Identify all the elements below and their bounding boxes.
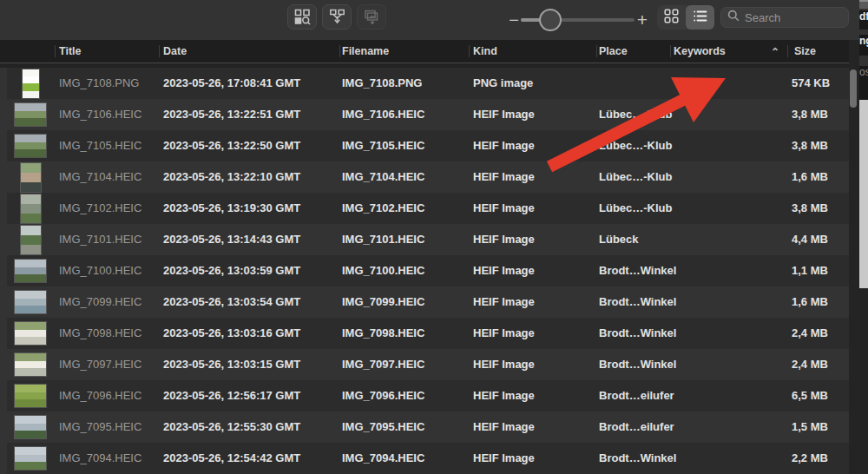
column-header-title[interactable]: Title (59, 40, 81, 63)
search-icon (727, 10, 740, 25)
row-title: IMG_7108.PNG (59, 68, 140, 99)
row-title: IMG_7097.HEIC (59, 349, 141, 380)
row-size: 3,8 MB (792, 130, 828, 161)
thumbnail-cell (7, 68, 54, 99)
thumbnail-cell (7, 255, 54, 286)
table-header: TitleDateFilenameKindPlaceKeywords⌃Size (0, 40, 859, 63)
thumbnail-cell (7, 380, 54, 411)
table-row[interactable]: IMG_7102.HEIC 2023-05-26, 13:19:30 GMT I… (7, 193, 849, 224)
row-size: 1,6 MB (792, 161, 828, 193)
column-header-filename[interactable]: Filename (342, 40, 389, 63)
row-size: 1,5 MB (792, 411, 828, 443)
sliver-titlebar (859, 0, 868, 9)
import-merge-button[interactable] (322, 4, 352, 30)
column-separator (469, 45, 470, 57)
table-row[interactable]: IMG_7100.HEIC 2023-05-26, 13:03:59 GMT I… (7, 255, 849, 286)
search-input[interactable]: Search (720, 7, 849, 28)
sliver-divider (859, 56, 868, 66)
thumbnail-cell (7, 286, 54, 318)
table-row[interactable]: IMG_7098.HEIC 2023-05-26, 13:03:16 GMT I… (7, 318, 849, 349)
row-place: Lübec…-Klub (599, 130, 673, 161)
thumbnail-cell (7, 161, 54, 193)
sliver-text-2: ng (859, 35, 868, 56)
search-placeholder: Search (745, 11, 780, 24)
row-place: Brodt…eilufer (599, 411, 674, 443)
photo-thumbnail (15, 135, 46, 157)
row-size: 1,1 MB (792, 255, 828, 286)
row-filename: IMG_7096.HEIC (342, 380, 424, 411)
row-kind: HEIF Image (473, 349, 535, 380)
thumbnail-cell (7, 130, 54, 161)
table-row[interactable]: IMG_7105.HEIC 2023-05-26, 13:22:50 GMT I… (7, 130, 849, 161)
column-header-date[interactable]: Date (163, 40, 187, 63)
column-header-size[interactable]: Size (794, 40, 816, 63)
table-row[interactable]: IMG_7095.HEIC 2023-05-26, 12:55:30 GMT I… (7, 411, 849, 443)
row-place: Brodt…Winkel (599, 443, 676, 474)
row-kind: HEIF Image (473, 255, 535, 286)
row-title: IMG_7106.HEIC (59, 99, 141, 130)
thumbnail-cell (7, 224, 54, 255)
vertical-scrollbar[interactable] (850, 69, 857, 108)
table-row[interactable]: IMG_7097.HEIC 2023-05-26, 13:03:15 GMT I… (7, 349, 849, 380)
table-row[interactable]: IMG_7101.HEIC 2023-05-26, 13:14:43 GMT I… (7, 224, 849, 255)
row-kind: HEIF Image (473, 224, 535, 255)
list-view-button[interactable] (686, 5, 714, 30)
row-kind: HEIF Image (473, 380, 535, 411)
row-date: 2023-05-26, 13:03:15 GMT (163, 349, 300, 380)
zoom-in-button[interactable]: + (635, 8, 650, 32)
column-header-place[interactable]: Place (599, 40, 628, 63)
row-place: Lübeck (599, 224, 639, 255)
row-title: IMG_7104.HEIC (59, 161, 141, 193)
table-row[interactable]: IMG_7108.PNG 2023-05-26, 17:08:41 GMT IM… (7, 68, 849, 99)
row-date: 2023-05-26, 13:03:54 GMT (163, 286, 300, 318)
thumbnail-zoom-slider[interactable] (521, 18, 635, 22)
zoom-grid-button[interactable] (287, 4, 317, 30)
row-filename: IMG_7097.HEIC (342, 349, 424, 380)
zoom-out-button[interactable]: − (507, 8, 521, 32)
row-size: 1,6 MB (792, 286, 828, 318)
row-filename: IMG_7101.HEIC (342, 224, 424, 255)
row-title: IMG_7102.HEIC (59, 193, 141, 224)
row-size: 574 KB (792, 68, 830, 99)
row-filename: IMG_7102.HEIC (342, 193, 424, 224)
grid-view-button[interactable] (657, 5, 686, 30)
table-row[interactable]: IMG_7094.HEIC 2023-05-26, 12:54:42 GMT I… (7, 443, 849, 474)
row-title: IMG_7094.HEIC (59, 443, 141, 474)
thumbnail-cell (7, 99, 54, 130)
row-kind: HEIF Image (473, 193, 535, 224)
row-size: 3,8 MB (792, 193, 828, 224)
thumbnail-cell (7, 411, 54, 443)
row-place: Brodt…Winkel (599, 255, 676, 286)
row-date: 2023-05-26, 13:19:30 GMT (163, 193, 300, 224)
row-filename: IMG_7105.HEIC (342, 130, 424, 161)
toolbar: − + (0, 0, 859, 40)
thumbnail-cell (7, 193, 54, 224)
row-size: 4,4 MB (792, 224, 828, 255)
column-header-kind[interactable]: Kind (473, 40, 497, 63)
photo-thumbnail (15, 322, 46, 345)
photo-thumbnail (15, 353, 46, 376)
row-title: IMG_7096.HEIC (59, 380, 141, 411)
slider-knob[interactable] (539, 9, 562, 31)
row-date: 2023-05-26, 13:22:51 GMT (163, 99, 300, 130)
row-date: 2023-05-26, 13:03:59 GMT (163, 255, 300, 286)
row-kind: HEIF Image (473, 411, 535, 443)
row-size: 6,5 MB (792, 380, 828, 411)
row-title: IMG_7095.HEIC (59, 411, 141, 443)
row-filename: IMG_7099.HEIC (342, 286, 424, 318)
row-date: 2023-05-26, 13:22:10 GMT (163, 161, 300, 193)
photo-thumbnail (21, 226, 41, 254)
row-filename: IMG_7098.HEIC (342, 318, 424, 349)
table-row[interactable]: IMG_7104.HEIC 2023-05-26, 13:22:10 GMT I… (7, 161, 849, 193)
table-row[interactable]: IMG_7106.HEIC 2023-05-26, 13:22:51 GMT I… (7, 99, 849, 130)
column-header-keywords[interactable]: Keywords (674, 40, 726, 63)
table-row[interactable]: IMG_7096.HEIC 2023-05-26, 12:56:17 GMT I… (7, 380, 849, 411)
row-place: Lübec…-Klub (599, 161, 673, 193)
row-filename: IMG_7104.HEIC (342, 161, 424, 193)
photo-thumbnail (15, 103, 46, 126)
row-filename: IMG_7108.PNG (342, 68, 423, 99)
row-date: 2023-05-26, 12:54:42 GMT (163, 443, 300, 474)
export-stack-button[interactable] (357, 4, 386, 30)
view-mode-toggle (657, 5, 714, 30)
table-row[interactable]: IMG_7099.HEIC 2023-05-26, 13:03:54 GMT I… (7, 286, 849, 318)
